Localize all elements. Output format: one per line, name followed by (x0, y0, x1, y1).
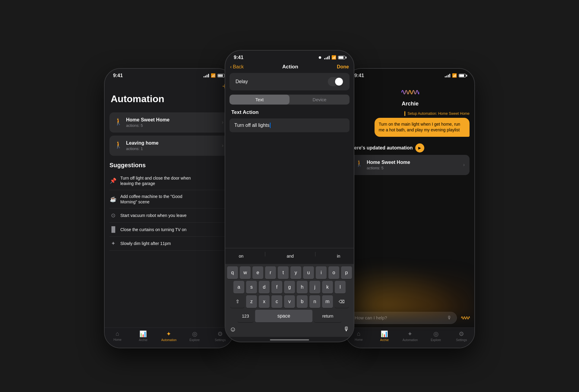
suggestion-item-coffee[interactable]: ☕ Add coffee machine to the "Good Mornin… (109, 190, 228, 209)
text-cursor (270, 123, 271, 128)
automation-card-leaving[interactable]: 🚶 Leaving home actions: 1 › (109, 136, 228, 156)
key-n[interactable]: n (309, 295, 320, 308)
key-j[interactable]: j (309, 281, 320, 293)
mic-button[interactable]: 🎙 (343, 326, 350, 333)
key-x[interactable]: x (259, 295, 270, 308)
chevron-right-icon: › (222, 120, 223, 125)
archie-name: Archie (402, 101, 419, 107)
kbd-suggestion-and[interactable]: and (281, 251, 300, 261)
key-q[interactable]: q (227, 266, 238, 279)
tab-explore[interactable]: ◎ Explore (185, 330, 204, 342)
automation-card-home[interactable]: 🚶 Home Sweet Home actions: 5 › (109, 112, 228, 133)
back-button[interactable]: ‹ Back (230, 64, 244, 70)
key-t[interactable]: t (278, 266, 289, 279)
kbd-suggestion-in[interactable]: in (331, 251, 346, 261)
setup-label: Setup Automation: Home Sweet Home (408, 111, 470, 116)
right-status-bar: 9:41 📶 (346, 69, 474, 80)
left-status-icons: 📶 (204, 73, 225, 78)
text-input-value: Turn off all lights (234, 123, 270, 128)
key-123[interactable]: 123 (238, 310, 253, 322)
done-button[interactable]: Done (337, 64, 349, 70)
key-o[interactable]: o (328, 266, 339, 279)
tab-automation[interactable]: ✦ Automation (401, 330, 419, 342)
emoji-button[interactable]: ☺ (229, 325, 236, 333)
right-phone: 9:41 📶 (345, 68, 475, 348)
key-b[interactable]: b (297, 295, 308, 308)
key-f[interactable]: f (271, 281, 282, 293)
kbd-suggestion-on[interactable]: on (233, 251, 250, 261)
suggestion-item-dim[interactable]: ✦ Slowly dim light after 11pm › (109, 237, 228, 251)
tab-archie[interactable]: 📊 Archie (134, 330, 152, 342)
key-e[interactable]: e (252, 266, 263, 279)
key-v[interactable]: v (284, 295, 295, 308)
tab-automation-label: Automation (403, 338, 418, 342)
right-tab-bar: ⌂ Home 📊 Archie ✦ Automation ◎ Explore (346, 328, 474, 348)
suggestion-text-curtains: Close the curtains on turning TV on (120, 227, 186, 232)
home-automation-meta: actions: 5 (126, 123, 169, 128)
text-action-label: Text Action (225, 109, 354, 118)
key-l[interactable]: l (335, 281, 346, 293)
key-u[interactable]: u (303, 266, 314, 279)
dim-icon: ✦ (109, 240, 117, 247)
tab-archie[interactable]: 📊 Archie (375, 330, 394, 342)
key-shift[interactable]: ⇧ (230, 295, 244, 308)
key-k[interactable]: k (322, 281, 333, 293)
response-label-row: Here's updated automation ▶ (351, 143, 470, 152)
camera-dot (319, 56, 321, 59)
home-icon: ⌂ (357, 330, 361, 337)
signal-icon (204, 74, 209, 77)
text-tab[interactable]: Text (229, 95, 290, 105)
suggestion-text-garage: Turn off light and close the door when l… (120, 175, 199, 186)
setup-bar (404, 111, 405, 116)
tab-home[interactable]: ⌂ Home (109, 330, 127, 341)
key-d[interactable]: d (259, 281, 270, 293)
battery-icon (338, 56, 345, 59)
suggestion-item-vacuum[interactable]: ⊙ Start vacuum robot when you leave › (109, 209, 228, 223)
left-tab-bar: ⌂ Home 📊 Archie ✦ Automation ◎ Explore ⚙ (105, 328, 233, 348)
suggestion-text-dim: Slowly dim light after 11pm (120, 241, 171, 246)
key-c[interactable]: c (271, 295, 282, 308)
leaving-automation-icon: 🚶 (114, 141, 122, 149)
key-y[interactable]: y (290, 266, 301, 279)
key-return[interactable]: return (314, 310, 341, 322)
key-z[interactable]: z (246, 295, 257, 308)
key-m[interactable]: m (322, 295, 333, 308)
key-a[interactable]: a (233, 281, 244, 293)
coffee-icon: ☕ (109, 196, 117, 202)
settings-icon: ⚙ (217, 330, 223, 337)
explore-icon: ◎ (192, 330, 197, 337)
left-time: 9:41 (113, 73, 123, 78)
play-button[interactable]: ▶ (415, 143, 424, 152)
automation-icon: ✦ (166, 330, 171, 337)
text-action-input[interactable]: Turn off all lights (229, 118, 350, 132)
suggestion-item-garage[interactable]: 📌 Turn off light and close the door when… (109, 172, 228, 190)
right-automation-card[interactable]: 🚶 Home Sweet Home actions: 5 › (351, 155, 470, 175)
key-delete[interactable]: ⌫ (335, 295, 349, 308)
key-h[interactable]: h (297, 281, 308, 293)
leaving-automation-name: Leaving home (126, 140, 159, 146)
tab-explore[interactable]: ◎ Explore (427, 330, 445, 342)
key-i[interactable]: i (316, 266, 327, 279)
key-space[interactable]: space (255, 310, 312, 322)
delay-label: Delay (236, 79, 248, 84)
tab-settings[interactable]: ⚙ Settings (452, 330, 470, 342)
leaving-automation-meta: actions: 1 (126, 146, 159, 151)
device-tab[interactable]: Device (290, 95, 350, 105)
response-label: Here's updated automation (351, 145, 413, 151)
center-time: 9:41 (234, 55, 243, 60)
right-automation-name: Home Sweet Home (367, 160, 410, 165)
left-phone: 9:41 📶 + Automation 🚶 (104, 68, 234, 348)
right-time: 9:41 (354, 73, 364, 78)
wifi-icon: 📶 (331, 55, 336, 60)
automation-icon: ✦ (407, 330, 413, 337)
tab-settings-label: Settings (456, 338, 467, 342)
suggestion-item-curtains[interactable]: ▐▌ Close the curtains on turning TV on › (109, 223, 228, 237)
tab-automation[interactable]: ✦ Automation (160, 330, 178, 342)
key-s[interactable]: s (246, 281, 257, 293)
delay-toggle[interactable] (328, 77, 343, 86)
key-w[interactable]: w (240, 266, 251, 279)
key-g[interactable]: g (284, 281, 295, 293)
key-p[interactable]: p (341, 266, 352, 279)
keyboard-suggestions: on | and | in (225, 248, 354, 264)
key-r[interactable]: r (265, 266, 276, 279)
